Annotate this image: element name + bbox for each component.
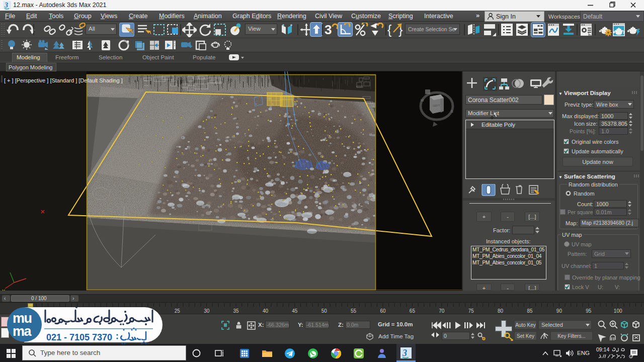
svg-text:40: 40 [263, 308, 269, 314]
svg-text:60: 60 [380, 308, 386, 314]
svg-text:1: 1 [630, 355, 632, 358]
svg-text:35: 35 [233, 308, 239, 314]
svg-text:95: 95 [586, 308, 592, 314]
svg-text:80: 80 [498, 308, 504, 314]
svg-text:50: 50 [321, 308, 328, 314]
svg-text:85: 85 [527, 308, 533, 314]
svg-text:3: 3 [4, 2, 8, 9]
svg-text:65: 65 [410, 308, 416, 314]
svg-text:100: 100 [614, 308, 622, 314]
svg-text:021 - 7105 7370: 021 - 7105 7370 [46, 332, 112, 342]
svg-text:75: 75 [468, 308, 474, 314]
svg-text:[ + ] [Perspective ] [Standard: [ + ] [Perspective ] [Standard ] [Defaul… [4, 77, 123, 83]
svg-text:S: S [451, 110, 453, 113]
svg-text:90: 90 [556, 308, 562, 314]
svg-text:LEFT: LEFT [433, 104, 440, 107]
svg-text:3: 3 [402, 348, 407, 358]
svg-text:70: 70 [439, 308, 445, 314]
svg-text:ma: ma [13, 324, 32, 339]
svg-text:45: 45 [292, 308, 298, 314]
svg-text:W: W [421, 99, 424, 102]
svg-text:3: 3 [325, 23, 332, 37]
svg-text:55: 55 [351, 308, 357, 314]
svg-text:{: { [387, 23, 391, 37]
svg-text:25: 25 [175, 308, 181, 314]
svg-text:30: 30 [204, 308, 210, 314]
